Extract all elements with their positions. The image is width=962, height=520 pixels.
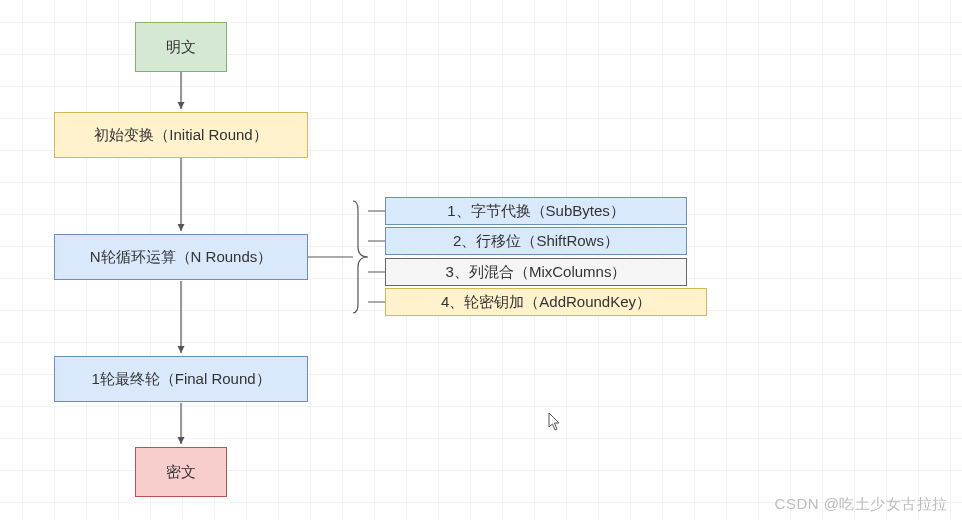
cursor-icon [548,412,562,432]
step-addroundkey: 4、轮密钥加（AddRoundKey） [385,288,707,316]
node-n-rounds: N轮循环运算（N Rounds） [54,234,308,280]
node-initial-round: 初始变换（Initial Round） [54,112,308,158]
node-n-rounds-label: N轮循环运算（N Rounds） [90,248,273,267]
node-initial-round-label: 初始变换（Initial Round） [94,126,267,145]
step-addroundkey-label: 4、轮密钥加（AddRoundKey） [441,293,651,312]
node-ciphertext-label: 密文 [166,463,196,482]
step-mixcolumns-label: 3、列混合（MixColumns） [446,263,627,282]
step-subbytes-label: 1、字节代换（SubBytes） [447,202,625,221]
node-final-round: 1轮最终轮（Final Round） [54,356,308,402]
watermark: CSDN @吃土少女古拉拉 [775,495,948,514]
node-ciphertext: 密文 [135,447,227,497]
node-final-round-label: 1轮最终轮（Final Round） [91,370,270,389]
step-shiftrows: 2、行移位（ShiftRows） [385,227,687,255]
step-mixcolumns: 3、列混合（MixColumns） [385,258,687,286]
node-plaintext-label: 明文 [166,38,196,57]
watermark-text: CSDN @吃土少女古拉拉 [775,495,948,512]
step-shiftrows-label: 2、行移位（ShiftRows） [453,232,619,251]
step-subbytes: 1、字节代换（SubBytes） [385,197,687,225]
node-plaintext: 明文 [135,22,227,72]
